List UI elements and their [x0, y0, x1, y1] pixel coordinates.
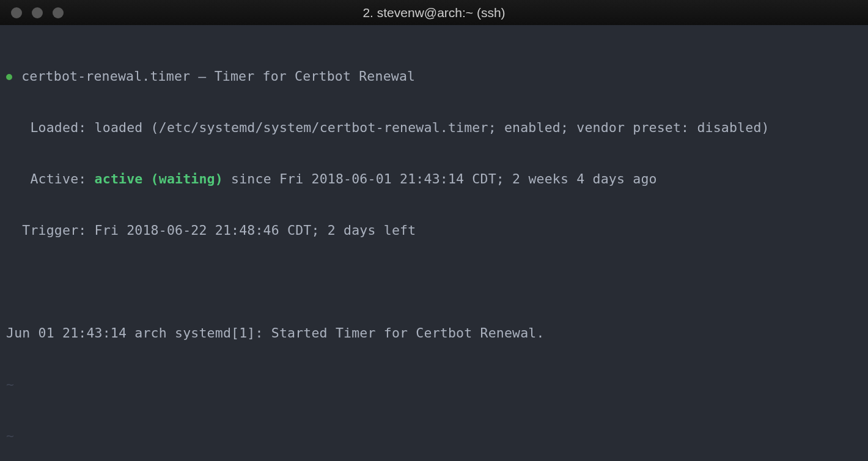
empty-line-marker: ~ — [6, 376, 862, 393]
trigger-value: Fri 2018-06-22 21:48:46 CDT; 2 days left — [95, 223, 416, 238]
loaded-value: loaded (/etc/systemd/system/certbot-rene… — [95, 120, 770, 135]
unit-dash: – — [190, 68, 214, 84]
window-titlebar: 2. stevenw@arch:~ (ssh) — [0, 0, 868, 25]
terminal-output[interactable]: certbot-renewal.timer – Timer for Certbo… — [0, 25, 868, 461]
log-line: Jun 01 21:43:14 arch systemd[1]: Started… — [6, 325, 862, 342]
status-dot-icon — [6, 74, 12, 80]
loaded-label: Loaded: — [6, 120, 95, 135]
traffic-lights — [0, 7, 64, 18]
blank-line — [6, 273, 862, 290]
unit-header-line: certbot-renewal.timer – Timer for Certbo… — [6, 68, 862, 85]
zoom-icon[interactable] — [53, 7, 64, 18]
unit-name: certbot-renewal.timer — [21, 68, 190, 84]
active-line: Active: active (waiting) since Fri 2018-… — [6, 171, 862, 188]
unit-description: Timer for Certbot Renewal — [215, 68, 416, 84]
trigger-label: Trigger: — [6, 223, 95, 238]
active-rest: since Fri 2018-06-01 21:43:14 CDT; 2 wee… — [223, 171, 657, 186]
empty-line-marker: ~ — [6, 427, 862, 444]
active-label: Active: — [6, 171, 95, 186]
loaded-line: Loaded: loaded (/etc/systemd/system/cert… — [6, 119, 862, 136]
close-icon[interactable] — [11, 7, 22, 18]
window-title: 2. stevenw@arch:~ (ssh) — [362, 6, 505, 20]
trigger-line: Trigger: Fri 2018-06-22 21:48:46 CDT; 2 … — [6, 222, 862, 239]
minimize-icon[interactable] — [32, 7, 43, 18]
active-state: active (waiting) — [95, 171, 223, 186]
